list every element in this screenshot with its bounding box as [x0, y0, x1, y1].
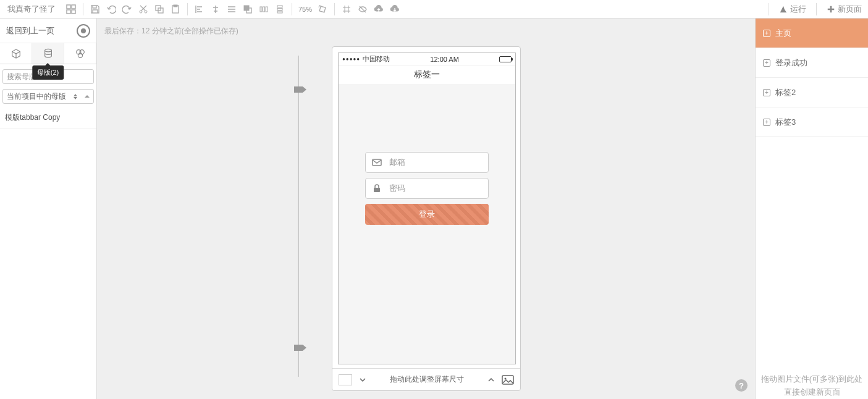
page-label: 标签2 — [775, 87, 796, 98]
paste-icon[interactable] — [167, 0, 183, 19]
carrier-text: 中国移动 — [363, 54, 390, 64]
align-right-icon[interactable] — [224, 0, 240, 19]
back-label: 返回到上一页 — [6, 25, 54, 36]
svg-rect-17 — [277, 11, 282, 13]
zoom-level[interactable]: 75% — [296, 6, 314, 13]
password-label: 密码 — [389, 183, 405, 194]
redo-icon[interactable] — [119, 0, 135, 19]
align-center-icon[interactable] — [208, 0, 224, 19]
visibility-icon[interactable] — [355, 0, 371, 19]
cloud-download-icon[interactable] — [387, 0, 403, 19]
svg-point-19 — [44, 49, 51, 52]
distribute-v-icon[interactable] — [272, 0, 288, 19]
drop-zone[interactable]: 拖动图片文件(可多张)到此处 直接创建新页面 — [756, 361, 868, 399]
page-item-tab2[interactable]: + 标签2 — [756, 78, 868, 107]
plus-icon: + — [763, 89, 770, 96]
image-icon[interactable] — [502, 375, 514, 385]
plus-icon: + — [763, 59, 770, 67]
separator — [187, 3, 188, 15]
page-item-login-success[interactable]: + 登录成功 — [756, 48, 868, 78]
device-screen[interactable]: ●●●●● 中国移动 12:00 AM 标签一 邮箱 密码 — [338, 52, 516, 364]
cloud-upload-icon[interactable] — [371, 0, 387, 19]
separator — [83, 3, 83, 15]
right-panel: + 主页 + 登录成功 + 标签2 + 标签3 拖动图片文件(可多张)到此处 直… — [755, 19, 868, 399]
undo-icon[interactable] — [103, 0, 119, 19]
svg-rect-15 — [277, 6, 282, 7]
canvas-area[interactable]: 最后保存：12 分钟之前(全部操作已保存) ●●●●● 中国移动 12:00 A… — [97, 19, 755, 399]
email-field[interactable]: 邮箱 — [365, 152, 489, 173]
run-button[interactable]: 运行 — [773, 0, 812, 19]
resize-hint[interactable]: 拖动此处调整屏幕尺寸 — [373, 374, 481, 385]
page-label: 登录成功 — [775, 57, 807, 69]
separator — [292, 3, 292, 15]
last-saved-text: 最后保存：12 分钟之前(全部操作已保存) — [104, 26, 238, 36]
svg-rect-0 — [67, 5, 70, 9]
layout-icon[interactable] — [63, 0, 79, 19]
chevron-down-icon[interactable] — [358, 376, 367, 384]
plus-icon: + — [763, 30, 770, 37]
help-icon[interactable]: ? — [735, 379, 748, 392]
bring-front-icon[interactable] — [240, 0, 256, 19]
plus-icon: + — [763, 119, 770, 126]
svg-rect-25 — [502, 376, 513, 384]
battery-icon — [499, 56, 512, 62]
device-bottom-bar: 拖动此处调整屏幕尺寸 — [332, 368, 520, 390]
device-frame[interactable]: ●●●●● 中国移动 12:00 AM 标签一 邮箱 密码 — [332, 46, 521, 391]
separator — [816, 3, 817, 15]
page-label: 标签3 — [775, 117, 796, 128]
svg-rect-1 — [72, 5, 75, 9]
svg-rect-2 — [67, 10, 70, 14]
new-page-button[interactable]: 新页面 — [820, 0, 868, 19]
time-text: 12:00 AM — [430, 56, 458, 63]
page-item-tab3[interactable]: + 标签3 — [756, 107, 868, 137]
svg-point-5 — [145, 10, 147, 13]
cut-icon[interactable] — [135, 0, 151, 19]
login-button[interactable]: 登录 — [365, 204, 489, 225]
top-toolbar: 我真奇了怪了 75% 运行 新页面 — [0, 0, 868, 19]
select-label: 当前项目中的母版 — [7, 91, 66, 102]
distribute-h-icon[interactable] — [256, 0, 272, 19]
back-button[interactable]: 返回到上一页 — [0, 19, 96, 43]
run-label: 运行 — [790, 4, 806, 15]
svg-rect-16 — [277, 8, 282, 10]
master-scope-select[interactable]: 当前项目中的母版 — [2, 89, 94, 104]
login-form: 邮箱 密码 登录 — [365, 152, 489, 225]
svg-rect-12 — [260, 7, 262, 12]
master-item[interactable]: 模版tabbar Copy — [0, 107, 96, 128]
password-field[interactable]: 密码 — [365, 178, 489, 199]
drop-hint-1: 拖动图片文件(可多张)到此处 — [759, 373, 864, 386]
rotate-icon[interactable] — [314, 0, 331, 19]
svg-rect-24 — [374, 188, 380, 192]
svg-rect-18 — [319, 6, 326, 12]
login-button-label: 登录 — [419, 209, 435, 220]
align-left-icon[interactable] — [192, 0, 208, 19]
grid-icon[interactable] — [339, 0, 355, 19]
svg-rect-9 — [174, 5, 177, 7]
lock-icon — [372, 183, 382, 193]
new-page-label: 新页面 — [838, 4, 862, 15]
toolbar-right: 运行 新页面 — [765, 0, 868, 19]
save-icon[interactable] — [87, 0, 103, 19]
left-panel-tabs: 母版(2) — [0, 43, 96, 64]
copy-icon[interactable] — [151, 0, 167, 19]
svg-rect-14 — [266, 7, 268, 12]
drop-hint-2: 直接创建新页面 — [759, 386, 864, 399]
project-name: 我真奇了怪了 — [0, 4, 63, 15]
record-icon[interactable] — [77, 24, 90, 38]
separator — [334, 3, 335, 15]
tab-masters[interactable]: 母版(2) — [32, 43, 64, 64]
ruler-handle-bottom[interactable] — [294, 345, 303, 351]
left-panel: 返回到上一页 母版(2) 搜索母版 当前项目中的母版 模版tabbar Copy — [0, 19, 97, 399]
signal-icon: ●●●●● — [342, 56, 360, 62]
svg-rect-13 — [263, 7, 265, 12]
tab-components[interactable] — [0, 43, 32, 64]
chevron-up-icon[interactable] — [487, 376, 495, 384]
page-label: 主页 — [775, 28, 791, 39]
tooltip: 母版(2) — [32, 65, 64, 80]
email-label: 邮箱 — [389, 157, 405, 168]
page-item-home[interactable]: + 主页 — [756, 19, 868, 48]
ruler-vertical[interactable] — [298, 56, 299, 377]
ruler-handle-top[interactable] — [294, 86, 303, 93]
tab-icons[interactable] — [64, 43, 96, 64]
color-swatch[interactable] — [339, 374, 352, 385]
